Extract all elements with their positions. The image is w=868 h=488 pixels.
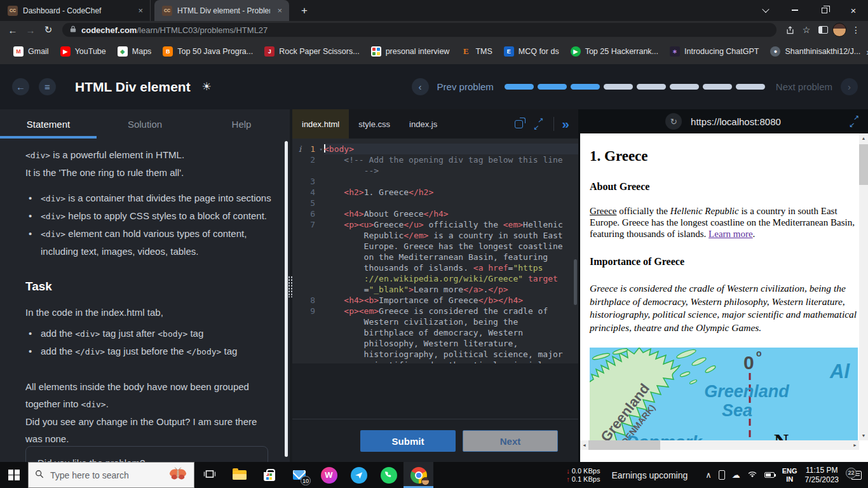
taskbar-search[interactable]: Type here to search: [28, 462, 194, 488]
share-icon[interactable]: [782, 22, 798, 37]
tab-close-icon[interactable]: ×: [275, 6, 284, 15]
bookmark-item[interactable]: ●Shanthinisakthi12/J...: [764, 46, 866, 57]
editor-scrollbar[interactable]: [574, 259, 577, 305]
net-speed-indicator[interactable]: ↓ 0.0 KBps ↑ 0.1 KBps: [566, 467, 600, 484]
code-line[interactable]: scientific and mathematical principles: [292, 360, 578, 363]
tab-style-css[interactable]: style.css: [349, 109, 400, 139]
minimize-icon[interactable]: [780, 0, 810, 20]
theme-sun-icon[interactable]: ☀: [202, 80, 212, 93]
reset-code-icon[interactable]: [515, 120, 523, 128]
bookmark-item[interactable]: JRock Paper Scissors...: [259, 46, 365, 57]
battery-icon[interactable]: [764, 472, 775, 478]
scroll-left-icon[interactable]: ◄: [580, 440, 588, 450]
browser-tab-problem[interactable]: CC HTML Div element - Problems - C ×: [154, 0, 289, 21]
bookmark-item[interactable]: MGmail: [8, 46, 55, 57]
code-line[interactable]: 4 <h2>1. Greece</h2>: [292, 187, 578, 198]
code-line[interactable]: thousands of islands. <a href="https: [292, 262, 578, 273]
code-line[interactable]: i1▾<body>: [292, 144, 578, 154]
back-circle-icon[interactable]: ←: [12, 78, 29, 95]
next-button[interactable]: Next: [463, 430, 558, 452]
preview-vertical-scrollbar[interactable]: ▲ ▼: [859, 133, 868, 440]
code-line[interactable]: birthplace of democracy, Western: [292, 327, 578, 338]
browser-tab-dashboard[interactable]: CC Dashboard - CodeChef ×: [0, 0, 151, 21]
refresh-icon[interactable]: ↻: [665, 113, 682, 130]
new-tab-button[interactable]: +: [295, 2, 313, 20]
code-line[interactable]: 8 <h4><b>Importance of Greece</b></h4>: [292, 295, 578, 306]
learn-more-link[interactable]: Learn more: [709, 229, 753, 239]
store-button[interactable]: [254, 462, 284, 488]
back-icon[interactable]: ←: [4, 22, 22, 37]
preview-horizontal-scrollbar[interactable]: ◄ ►: [580, 440, 859, 450]
scroll-up-icon[interactable]: ▲: [859, 133, 868, 143]
next-problem-button[interactable]: Next problem: [776, 81, 832, 92]
address-bar[interactable]: codechef.com/learn/HTMLC03/problems/HTML…: [62, 23, 776, 37]
submit-button[interactable]: Submit: [360, 430, 456, 452]
next-problem-icon[interactable]: ›: [841, 78, 858, 95]
notification-center[interactable]: 22: [845, 471, 868, 480]
expand-editor-icon[interactable]: ↗↙: [533, 119, 543, 129]
wifi-icon[interactable]: [747, 470, 757, 480]
fold-icon[interactable]: ▾: [320, 144, 323, 155]
profile-avatar[interactable]: [831, 22, 848, 37]
scroll-right-icon[interactable]: ►: [851, 440, 859, 450]
phone-icon[interactable]: [719, 470, 725, 480]
start-button[interactable]: [0, 462, 28, 488]
tab-statement[interactable]: Statement: [0, 109, 97, 139]
news-widget[interactable]: Earnings upcoming: [611, 470, 688, 480]
restore-icon[interactable]: [810, 0, 839, 20]
code-line[interactable]: 7 <p><u>Greece</u> officially the <em>He…: [292, 219, 578, 230]
wattpad-button[interactable]: W: [314, 462, 344, 488]
tab-search-icon[interactable]: [751, 0, 780, 20]
prev-problem-icon[interactable]: ‹: [412, 78, 429, 95]
onedrive-cloud-icon[interactable]: ☁: [732, 470, 740, 480]
bookmark-item[interactable]: ETMS: [455, 46, 498, 57]
vertical-scroll-thumb[interactable]: [859, 144, 868, 185]
clock[interactable]: 11:15 PM 7/25/2023: [805, 466, 839, 485]
mail-button[interactable]: 10: [284, 462, 314, 488]
bookmark-item[interactable]: EMCQ for ds: [498, 46, 565, 57]
code-line[interactable]: historiography, political science, major: [292, 349, 578, 360]
tab-index-html[interactable]: index.html: [292, 109, 349, 139]
horizontal-scroll-thumb[interactable]: [588, 440, 660, 450]
code-line[interactable]: ://en.wikipedia.org/wiki/Greece" target: [292, 273, 578, 284]
chrome-button[interactable]: [403, 462, 433, 488]
bookmark-item[interactable]: presonal interview: [365, 46, 456, 57]
statement-scrollbar[interactable]: [285, 141, 288, 457]
bookmark-item[interactable]: ∗Introducing ChatGPT: [664, 46, 764, 57]
tab-help[interactable]: Help: [193, 109, 290, 139]
side-panel-icon[interactable]: [815, 22, 831, 37]
bookmark-item[interactable]: ◈Maps: [112, 46, 158, 57]
code-line[interactable]: -->: [292, 165, 578, 176]
forward-icon[interactable]: →: [22, 22, 39, 37]
tab-close-icon[interactable]: ×: [136, 6, 145, 15]
tab-solution[interactable]: Solution: [97, 109, 193, 139]
code-line[interactable]: 2 <!-- Add the opening div tag below thi…: [292, 154, 578, 165]
menu-dots-icon[interactable]: ⋮: [848, 22, 864, 37]
code-line[interactable]: 5: [292, 198, 578, 208]
bookmark-item[interactable]: BTop 50 Java Progra...: [157, 46, 259, 57]
feedback-box[interactable]: Did you like the problem?: [25, 446, 268, 462]
code-line[interactable]: Western civilization, being the: [292, 316, 578, 327]
reload-icon[interactable]: ↻: [39, 22, 57, 37]
telegram-button[interactable]: [344, 462, 374, 488]
code-line[interactable]: Republic</em> is a country in south East: [292, 230, 578, 241]
task-view-button[interactable]: [194, 462, 224, 488]
bookmark-item[interactable]: ▶Top 25 Hackerrank...: [565, 46, 664, 57]
collapse-panel-icon[interactable]: »: [553, 117, 569, 131]
close-icon[interactable]: ×: [839, 0, 868, 20]
code-editor[interactable]: i1▾<body>2 <!-- Add the opening div tag …: [292, 139, 578, 363]
code-line[interactable]: 6 <h4>About Greece</h4>: [292, 208, 578, 219]
code-line[interactable]: Europe. Greece has the longest coastline: [292, 241, 578, 252]
tray-expand-icon[interactable]: ∧: [705, 470, 712, 480]
code-line[interactable]: philosophy, Western literature,: [292, 338, 578, 349]
tab-index-js[interactable]: index.js: [400, 109, 447, 139]
lessons-list-icon[interactable]: ≡: [39, 78, 56, 95]
whatsapp-button[interactable]: [374, 462, 403, 488]
scroll-down-icon[interactable]: ▼: [859, 431, 868, 440]
code-line[interactable]: 9 <p><em>Greece is considered the cradle…: [292, 306, 578, 316]
info-icon[interactable]: i: [299, 144, 301, 154]
expand-preview-icon[interactable]: ↗↙: [849, 116, 859, 126]
code-line[interactable]: ="_blank">Learn more</a>.</p>: [292, 284, 578, 295]
code-line[interactable]: 3: [292, 176, 578, 187]
language-indicator[interactable]: ENG IN: [782, 467, 797, 484]
